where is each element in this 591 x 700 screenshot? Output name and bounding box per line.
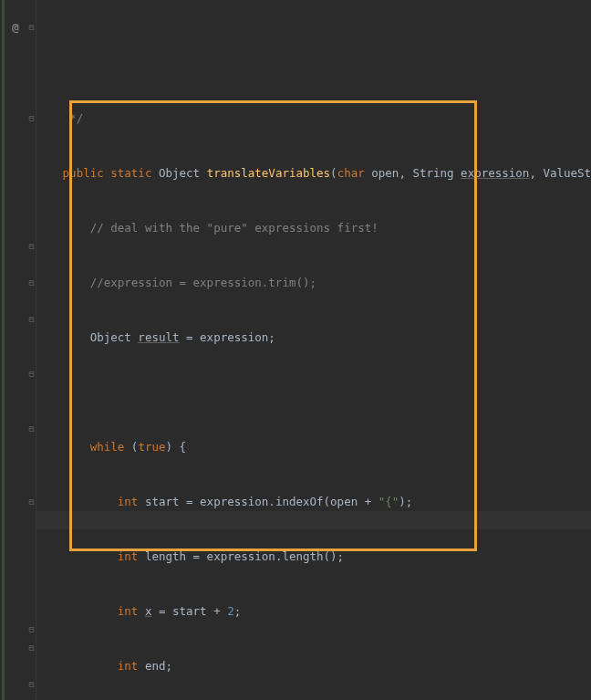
gutter: @ ⊟ ⊟ ⊟ ⊟ ⊟ ⊟ ⊟ ⊟ ⊟ ⊟ ⊟ <box>0 0 36 700</box>
fold-icon[interactable]: ⊟ <box>27 625 36 633</box>
override-marker[interactable]: @ <box>12 18 19 37</box>
code-editor[interactable]: @ ⊟ ⊟ ⊟ ⊟ ⊟ ⊟ ⊟ ⊟ ⊟ ⊟ ⊟ */ public static… <box>0 0 591 700</box>
fold-icon[interactable]: ⊟ <box>27 315 36 323</box>
fold-icon[interactable]: ⊟ <box>27 23 36 31</box>
fold-icon[interactable]: ⊟ <box>27 643 36 652</box>
code-line: int x = start + 2; <box>42 602 591 621</box>
code-line: int end; <box>42 657 591 675</box>
fold-icon[interactable]: ⊟ <box>27 370 36 378</box>
fold-icon[interactable]: ⊟ <box>27 114 36 122</box>
fold-icon[interactable]: ⊟ <box>27 680 36 688</box>
code-area[interactable]: */ public static Object translateVariabl… <box>36 0 591 700</box>
vcs-change-bar <box>2 0 5 700</box>
fold-icon[interactable]: ⊟ <box>27 497 36 506</box>
fold-icon[interactable]: ⊟ <box>27 278 36 287</box>
highlight-box <box>69 100 477 551</box>
fold-icon[interactable]: ⊟ <box>27 424 36 433</box>
fold-icon[interactable]: ⊟ <box>27 242 36 250</box>
